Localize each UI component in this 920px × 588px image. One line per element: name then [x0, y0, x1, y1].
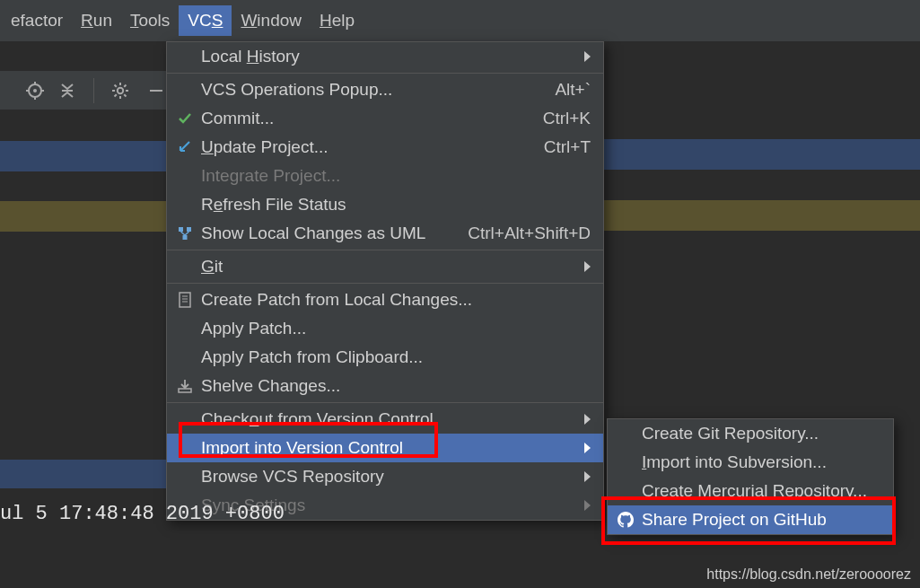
svg-point-1: [33, 89, 37, 92]
editor-highlight-row: [604, 200, 920, 231]
shortcut-label: Ctrl+T: [544, 137, 591, 157]
svg-rect-20: [180, 293, 190, 307]
menu-item-show-local-changes-uml[interactable]: Show Local Changes as UML Ctrl+Alt+Shift…: [167, 219, 603, 248]
menu-window[interactable]: Window: [232, 5, 311, 36]
menu-item-commit[interactable]: Commit... Ctrl+K: [167, 104, 603, 133]
submenu-arrow-icon: [584, 51, 591, 62]
watermark-url: https://blog.csdn.net/zeroooorez: [706, 566, 911, 583]
svg-line-14: [124, 84, 126, 86]
submenu-arrow-icon: [584, 471, 591, 482]
menu-vcs[interactable]: VCS: [179, 5, 232, 36]
menu-item-local-history[interactable]: Local History: [167, 42, 603, 71]
gear-icon[interactable]: [110, 81, 130, 101]
submenu-item-create-git-repository[interactable]: Create Git Repository...: [608, 419, 893, 448]
import-version-control-submenu: Create Git Repository... Import into Sub…: [607, 418, 894, 535]
toolbar-separator: [93, 78, 94, 103]
submenu-arrow-icon: [584, 414, 591, 425]
menu-item-browse-vcs-repository[interactable]: Browse VCS Repository: [167, 462, 603, 491]
svg-line-13: [124, 94, 126, 96]
svg-rect-19: [183, 235, 188, 240]
editor-highlight-row: [0, 460, 166, 488]
menu-item-create-patch[interactable]: Create Patch from Local Changes...: [167, 285, 603, 314]
svg-rect-17: [179, 227, 183, 232]
menu-item-import-version-control[interactable]: Import into Version Control: [167, 434, 603, 462]
menu-tools[interactable]: Tools: [121, 5, 179, 36]
github-icon: [615, 512, 636, 528]
menu-run[interactable]: Run: [72, 5, 121, 36]
menu-separator: [167, 73, 603, 74]
main-menubar: efactor Run Tools VCS Window Help: [0, 0, 920, 41]
svg-rect-16: [150, 90, 162, 92]
menu-separator: [167, 250, 603, 250]
menu-item-git[interactable]: Git: [167, 252, 603, 281]
svg-rect-24: [179, 389, 191, 392]
menu-item-apply-patch[interactable]: Apply Patch...: [167, 314, 603, 343]
patch-icon: [174, 292, 196, 308]
menu-item-integrate-project: Integrate Project...: [167, 162, 603, 190]
menu-separator: [167, 283, 603, 284]
svg-rect-18: [187, 227, 191, 232]
menu-item-update-project[interactable]: Update Project... Ctrl+T: [167, 133, 603, 162]
menu-item-vcs-operations-popup[interactable]: VCS Operations Popup... Alt+`: [167, 75, 603, 104]
menu-help[interactable]: Help: [311, 5, 364, 36]
target-icon[interactable]: [25, 81, 45, 101]
minimize-icon[interactable]: [146, 81, 166, 101]
menu-item-apply-patch-clipboard[interactable]: Apply Patch from Clipboard...: [167, 343, 603, 372]
menu-item-shelve-changes[interactable]: Shelve Changes...: [167, 372, 603, 400]
shortcut-label: Alt+`: [555, 80, 591, 100]
menu-item-refresh-file-status[interactable]: Refresh File Status: [167, 190, 603, 219]
check-icon: [174, 110, 196, 127]
svg-point-7: [118, 87, 123, 92]
toolbar: [0, 70, 166, 110]
menu-separator: [167, 402, 603, 403]
submenu-arrow-icon: [584, 261, 591, 272]
terminal-output: ul 5 17:48:48 2019 +0800: [0, 503, 610, 525]
svg-line-15: [115, 94, 117, 96]
update-icon: [174, 139, 196, 155]
vcs-dropdown-menu: Local History VCS Operations Popup... Al…: [166, 41, 604, 521]
submenu-item-create-mercurial-repository[interactable]: Create Mercurial Repository...: [608, 477, 893, 505]
svg-line-12: [115, 84, 117, 86]
menu-refactor[interactable]: efactor: [2, 5, 72, 36]
menu-item-checkout-version-control[interactable]: Checkout from Version Control: [167, 405, 603, 434]
submenu-item-import-subversion[interactable]: Import into Subversion...: [608, 448, 893, 477]
shortcut-label: Ctrl+K: [543, 109, 591, 128]
collapse-icon[interactable]: [57, 81, 77, 101]
uml-icon: [174, 225, 196, 241]
editor-highlight-row: [0, 201, 166, 232]
submenu-item-share-project-github[interactable]: Share Project on GitHub: [608, 505, 893, 534]
editor-highlight-row: [0, 141, 166, 171]
submenu-arrow-icon: [584, 443, 591, 453]
shortcut-label: Ctrl+Alt+Shift+D: [468, 224, 591, 243]
editor-highlight-row: [604, 139, 920, 170]
shelve-icon: [174, 378, 196, 394]
